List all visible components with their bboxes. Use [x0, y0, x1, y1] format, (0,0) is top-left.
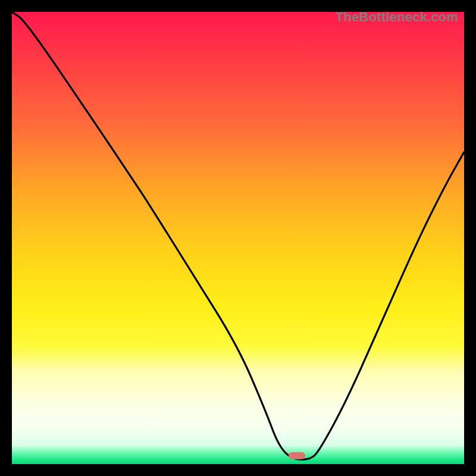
plot-area: TheBottleneck.com: [8, 8, 468, 468]
watermark-text: TheBottleneck.com: [336, 10, 458, 25]
bg-gradient-pale: [12, 346, 464, 446]
optimal-marker: [289, 452, 305, 459]
bg-gradient-green: [12, 446, 464, 464]
chart-container: TheBottleneck.com: [0, 0, 476, 476]
bg-gradient-hot: [12, 12, 464, 346]
